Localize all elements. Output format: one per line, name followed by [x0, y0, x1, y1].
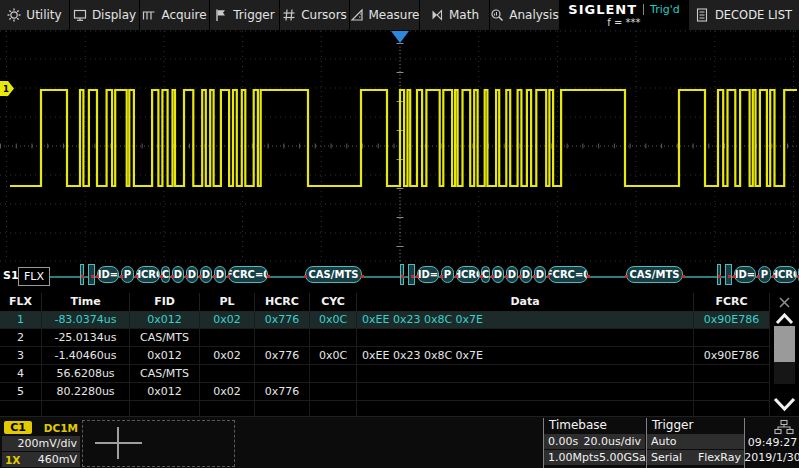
menu-label: Trigger: [233, 8, 274, 22]
decode-bubble-label: CAS/MTS: [630, 269, 680, 280]
sample-point-dot: [440, 275, 443, 278]
menu-measure[interactable]: Measure: [350, 0, 419, 30]
sample-point-dot: [81, 275, 84, 278]
sample-point-dot: [505, 275, 508, 278]
timebase-title: Timebase: [544, 418, 645, 433]
menu-math[interactable]: Math: [420, 0, 489, 30]
trigger-type: Serial: [651, 451, 682, 464]
graticule: 1: [0, 30, 799, 262]
sample-point-dot: [96, 275, 99, 278]
menu-analysis[interactable]: Analysis: [490, 0, 559, 30]
sample-point-dot: [160, 275, 163, 278]
sample-point-dot: [227, 275, 230, 278]
decode-bubble-label: D: [522, 269, 530, 280]
waveform-display-area[interactable]: 1: [0, 30, 799, 262]
menu-trigger[interactable]: Trigger: [210, 0, 279, 30]
cell-hcrc: [255, 329, 310, 346]
table-controls: [770, 293, 799, 416]
chevron-up-icon: [775, 313, 794, 325]
timebase-scale: 20.0us/div: [584, 435, 641, 448]
col-header-flx: FLX: [0, 293, 42, 312]
gear-icon: [7, 8, 21, 22]
cell-data: [357, 365, 694, 382]
sample-point-dot: [416, 275, 419, 278]
sample-point-dot: [185, 275, 188, 278]
divider: [643, 4, 644, 15]
cell-fid: CAS/MTS: [130, 365, 200, 382]
cell-fcrc: 0x90E786: [694, 311, 770, 328]
table-row-empty: [0, 401, 770, 416]
menu-label: Display: [92, 8, 136, 22]
menu-acquire[interactable]: Acquire: [140, 0, 209, 30]
display-icon: [73, 8, 87, 22]
sample-point-dot: [587, 275, 590, 278]
decode-bubble-label: D: [174, 269, 182, 280]
decode-bubble: HCRC: [456, 266, 480, 283]
sample-point-dot: [728, 275, 731, 278]
scrollbar-track[interactable]: [774, 326, 795, 384]
channel1-marker-label: 1: [3, 84, 9, 94]
scroll-up-button[interactable]: [770, 311, 799, 327]
cursors-icon: [282, 8, 296, 22]
plus-icon: [117, 427, 119, 459]
sample-point-dot: [491, 275, 494, 278]
sample-point-dot: [304, 275, 307, 278]
decode-bubble: FCRC=0: [228, 266, 268, 283]
scrollbar-thumb[interactable]: [774, 326, 795, 362]
cell-cyc: 0x0C: [310, 311, 357, 328]
cell-hcrc: [255, 365, 310, 382]
decode-bubble-label: ID=: [418, 269, 438, 280]
decode-bubble-label: D: [188, 269, 196, 280]
add-trace-area[interactable]: [82, 420, 235, 467]
close-button[interactable]: [770, 293, 799, 311]
bus-decoder-badge[interactable]: FLX: [18, 267, 50, 286]
menu-utility[interactable]: Utility: [0, 0, 69, 30]
menu-display[interactable]: Display: [70, 0, 139, 30]
cell-cyc: 0x0C: [310, 347, 357, 364]
cell-pl: [200, 401, 255, 416]
menu-label: Cursors: [301, 8, 347, 22]
decode-bubble: ID=: [734, 266, 756, 283]
trigger-panel[interactable]: Trigger Auto Serial FlexRay: [646, 418, 745, 468]
table-row[interactable]: 456.6208usCAS/MTS: [0, 365, 770, 383]
table-row[interactable]: 3-1.40460us0x0120x020x7760x0C0xEE 0x23 0…: [0, 347, 770, 365]
sample-point-dot: [199, 275, 202, 278]
scroll-down-button[interactable]: [770, 391, 799, 416]
trigger-position-marker[interactable]: [391, 31, 409, 43]
decode-list-button[interactable]: DECODE LIST: [689, 0, 799, 30]
cell-time: 80.2280us: [42, 383, 130, 400]
decode-bubble-label: P: [761, 269, 768, 280]
timebase-panel[interactable]: Timebase 0.00s 20.0us/div 1.00Mpts 5.00G…: [543, 418, 645, 468]
frequency-counter: f = ***: [607, 17, 640, 28]
sample-point-dot: [772, 275, 775, 278]
cell-data: 0xEE 0x23 0x8C 0x7E: [357, 347, 694, 364]
table-row[interactable]: 580.2280us0x0120x020x776: [0, 383, 770, 401]
measure-icon: [350, 8, 364, 22]
menu-label: Analysis: [509, 8, 558, 22]
cell-hcrc: 0x776: [255, 311, 310, 328]
cell-fid: 0x012: [130, 347, 200, 364]
channel1-panel[interactable]: C1 DC1M 200mV/div 1X 460mV: [2, 420, 80, 467]
table-row[interactable]: 2-25.0134usCAS/MTS: [0, 329, 770, 347]
bus-source-label: S1: [3, 269, 19, 282]
sample-point-dot: [533, 275, 536, 278]
menu-cursors[interactable]: Cursors: [280, 0, 349, 30]
acquire-icon: [142, 8, 156, 22]
timebase-delay: 0.00s: [548, 435, 578, 448]
table-row[interactable]: 1-83.0374us0x0120x020x7760x0C0xEE 0x23 0…: [0, 311, 770, 329]
cell-fcrc: 0x90E786: [694, 347, 770, 364]
cell-pl: [200, 329, 255, 346]
timebase-memory-depth: 1.00Mpts: [548, 451, 599, 464]
decode-bubble-label: FCRC=0: [548, 269, 588, 280]
decode-bubble-label: D: [508, 269, 516, 280]
channel1-coupling: DC1M: [44, 422, 78, 434]
col-header-cyc: CYC: [310, 293, 357, 312]
status-bar: C1 DC1M 200mV/div 1X 460mV Timebase 0.00…: [0, 416, 799, 468]
clock-time: 09:49:27: [748, 435, 797, 450]
cell-fcrc: [694, 329, 770, 346]
cell-pl: 0x02: [200, 347, 255, 364]
cell-time: -83.0374us: [42, 311, 130, 328]
decode-bubble-label: D: [216, 269, 224, 280]
decode-bubble-label: HCRC: [136, 269, 160, 280]
cell-cyc: [310, 401, 357, 416]
